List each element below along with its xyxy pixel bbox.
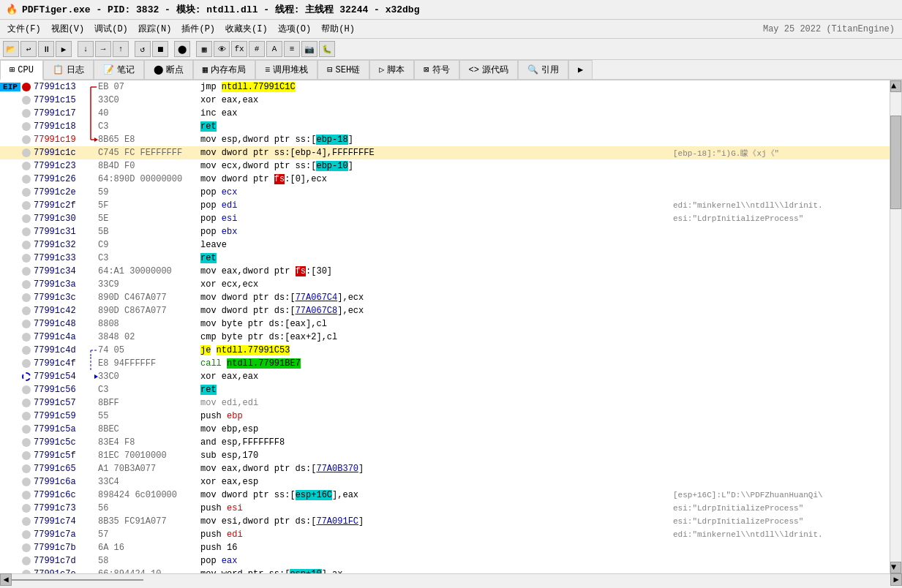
breakpoint-dot[interactable] [22,504,31,513]
menu-plugin[interactable]: 插件(P) [177,21,219,37]
scroll-thumb-h[interactable] [12,579,143,581]
toolbar-run[interactable]: ▶ [56,41,72,57]
breakpoint-dot[interactable] [22,162,31,170]
toolbar-restart[interactable]: ↺ [135,41,151,57]
toolbar-snap[interactable]: 📷 [301,41,317,57]
table-row[interactable]: 77991c4f E8 94FFFFFF call ntdll.77991BE7 [0,357,890,370]
breakpoint-dot[interactable] [22,320,31,328]
menu-debug[interactable]: 调试(D) [90,21,132,37]
table-row[interactable]: 77991c15 33C0 xor eax,eax [0,94,890,107]
toolbar-dbg[interactable]: 🐛 [319,41,335,57]
table-row[interactable]: 77991c2f 5F pop edi edi:"minkernel\\ntdl… [0,199,890,212]
breakpoint-dot[interactable] [22,399,31,407]
breakpoint-dot[interactable] [22,333,31,342]
toolbar-mem[interactable]: ▦ [196,41,212,57]
menu-view[interactable]: 视图(V) [47,21,89,37]
scroll-left-arrow[interactable]: ◀ [0,573,12,586]
disasm-panel[interactable]: EIP 77991c13 EB 07 jmp ntdll.77991C1C 77… [0,80,902,573]
breakpoint-dot[interactable] [22,451,31,460]
toolbar-font[interactable]: A [266,41,282,57]
scroll-thumb[interactable] [890,116,901,209]
breakpoint-dot[interactable] [22,293,31,302]
vertical-scrollbar[interactable]: ▲ ▼ [890,80,901,573]
breakpoint-dot[interactable] [22,175,31,184]
breakpoint-dot[interactable] [22,122,31,131]
scroll-down-arrow[interactable]: ▼ [890,562,901,573]
toolbar-calc[interactable]: fx [231,41,247,57]
table-row[interactable]: 77991c18 C3 ret [0,120,890,133]
breakpoint-dot[interactable] [22,425,31,434]
breakpoint-dot[interactable] [22,109,31,118]
table-row[interactable]: 77991c42 890D C867A077 mov dword ptr ds:… [0,304,890,317]
table-row[interactable]: 77991c1c C745 FC FEFFFFFF mov dword ptr … [0,146,890,159]
breakpoint-dot[interactable] [22,412,31,421]
tab-memory[interactable]: ▦ 内存布局 [193,60,255,79]
menu-help[interactable]: 帮助(H) [317,21,359,37]
table-row[interactable]: 77991c3c 890D C467A077 mov dword ptr ds:… [0,291,890,304]
table-row[interactable]: 77991c17 40 inc eax [0,107,890,120]
breakpoint-dot[interactable] [22,188,31,197]
breakpoint-dot[interactable] [22,267,31,276]
breakpoint-dot[interactable] [22,464,31,473]
scroll-track-h[interactable] [12,579,890,581]
table-row[interactable]: 77991c73 56 push esi esi:"LdrpInitialize… [0,502,890,515]
breakpoint-dot[interactable] [22,491,31,500]
table-row[interactable]: 77991c54 33C0 xor eax,eax [0,370,890,383]
breakpoint-dot[interactable] [22,148,31,157]
tab-arrow[interactable]: ▶ [568,60,593,79]
table-row[interactable]: 77991c7a 57 push edi edi:"minkernel\\ntd… [0,528,890,541]
menu-options[interactable]: 选项(O) [274,21,316,37]
table-row[interactable]: 77991c31 5B pop ebx [0,225,890,238]
table-row[interactable]: 77991c2e 59 pop ecx [0,186,890,199]
breakpoint-dot[interactable] [22,96,31,105]
table-row[interactable]: 77991c34 64:A1 30000000 mov eax,dword pt… [0,265,890,278]
toolbar-stop[interactable]: ⏹ [152,41,168,57]
table-row[interactable]: 77991c4a 3848 02 cmp byte ptr ds:[eax+2]… [0,331,890,344]
table-row[interactable]: 77991c26 64:890D 00000000 mov dword ptr … [0,173,890,186]
table-row[interactable]: 77991c65 A1 70B3A077 mov eax,dword ptr d… [0,462,890,475]
breakpoint-dot[interactable] [22,241,31,249]
tab-symbols[interactable]: ⊠ 符号 [414,60,459,79]
breakpoint-dot[interactable] [22,530,31,539]
table-row[interactable]: 77991c7b 6A 16 push 16 [0,541,890,554]
breakpoint-dot[interactable] [22,543,31,552]
breakpoint-dot[interactable] [22,359,31,368]
breakpoint-dot[interactable] [22,372,31,381]
table-row[interactable]: 77991c56 C3 ret [0,383,890,396]
breakpoint-dot[interactable] [22,280,31,289]
disasm-content[interactable]: EIP 77991c13 EB 07 jmp ntdll.77991C1C 77… [0,80,890,573]
table-row[interactable]: 77991c33 C3 ret [0,252,890,265]
breakpoint-dot[interactable] [22,438,31,447]
table-row[interactable]: 77991c59 55 push ebp [0,410,890,423]
tab-log[interactable]: 📋 日志 [43,60,94,79]
scroll-track[interactable] [890,92,901,562]
toolbar-step-over[interactable]: → [95,41,111,57]
table-row[interactable]: 77991c19 8B65 E8 mov esp,dword ptr ss:[e… [0,133,890,146]
table-row[interactable]: 77991c48 8808 mov byte ptr ds:[eax],cl [0,317,890,331]
breakpoint-dot[interactable] [22,83,31,91]
table-row[interactable]: 77991c7d 58 pop eax [0,554,890,568]
toolbar-open[interactable]: 📂 [3,41,19,57]
tab-script[interactable]: ▷ 脚本 [369,60,414,79]
toolbar-log2[interactable]: ≡ [284,41,300,57]
breakpoint-dot[interactable] [22,346,31,355]
breakpoint-dot[interactable] [22,227,31,236]
table-row[interactable]: 77991c5c 83E4 F8 and esp,FFFFFFF8 [0,436,890,449]
table-row[interactable]: 77991c4d 74 05 je ntdll.77991C53 [0,344,890,357]
breakpoint-dot[interactable] [22,557,31,565]
table-row[interactable]: 77991c5f 81EC 70010000 sub esp,170 [0,449,890,462]
toolbar-watch[interactable]: 👁 [214,41,230,57]
breakpoint-dot[interactable] [22,135,31,144]
tab-cpu[interactable]: ⊞ CPU [0,60,43,80]
table-row[interactable]: 77991c3a 33C9 xor ecx,ecx [0,278,890,291]
breakpoint-dot[interactable] [22,478,31,486]
breakpoint-dot[interactable] [22,214,31,223]
toolbar-back[interactable]: ↩ [20,41,37,57]
table-row[interactable]: 77991c6c 898424 6c010000 mov dword ptr s… [0,489,890,502]
tab-callstack[interactable]: ≡ 调用堆栈 [255,60,317,79]
table-row[interactable]: 77991c74 8B35 FC91A077 mov esi,dword ptr… [0,515,890,528]
scroll-right-arrow[interactable]: ▶ [890,573,902,586]
toolbar-step-into[interactable]: ↓ [78,41,94,57]
toolbar-step-out[interactable]: ↑ [113,41,129,57]
table-row[interactable]: 77991c57 8BFF mov edi,edi [0,396,890,410]
